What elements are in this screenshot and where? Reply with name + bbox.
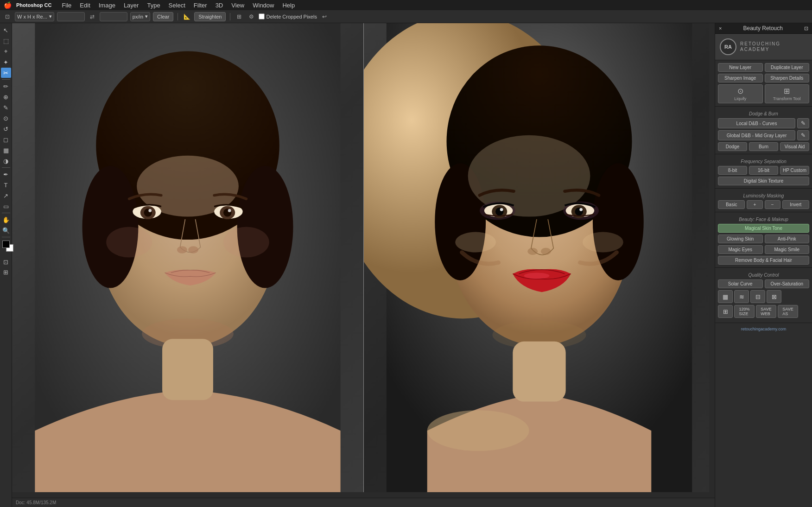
- move-tool[interactable]: ↖: [1, 25, 11, 35]
- plus-button[interactable]: +: [747, 200, 762, 209]
- menu-select[interactable]: Select: [165, 1, 189, 10]
- delete-cropped-label: Delete Cropped Pixels: [266, 14, 317, 19]
- shape-tool[interactable]: ▭: [1, 201, 11, 211]
- over-saturation-button[interactable]: Over-Saturation: [765, 279, 810, 288]
- straighten-button[interactable]: Straighten: [194, 12, 226, 21]
- menu-edit[interactable]: Edit: [76, 1, 94, 10]
- liquify-btn[interactable]: ⊙ Liquify: [718, 84, 763, 103]
- save-web-icon-btn[interactable]: SAVEWEB: [756, 305, 776, 318]
- crop-tool[interactable]: ✂: [1, 68, 11, 78]
- right-panel: × Beauty Retouch ⊡ RA RETOUCHING ACADEMY…: [715, 23, 812, 507]
- svg-rect-45: [513, 342, 565, 402]
- tool-separator-2: [2, 167, 10, 168]
- burn-button[interactable]: Burn: [749, 142, 778, 151]
- delete-cropped-checkbox[interactable]: [259, 13, 265, 19]
- brush-tool[interactable]: ✎: [1, 102, 11, 113]
- bit16-button[interactable]: 16-bit: [749, 166, 778, 175]
- hand-tool[interactable]: ✋: [1, 215, 11, 225]
- screen-mode-tool[interactable]: ⊞: [1, 267, 11, 277]
- ratio-dropdown[interactable]: W x H x Re... ▾: [15, 12, 54, 21]
- magic-smile-button[interactable]: Magic Smile: [765, 245, 810, 254]
- horizontal-scrollbar[interactable]: [12, 492, 715, 498]
- settings-icon[interactable]: ⚙: [247, 12, 256, 21]
- eraser-tool[interactable]: ◻: [1, 134, 11, 145]
- magic-wand-tool[interactable]: ✦: [1, 57, 11, 67]
- footer-link[interactable]: retouchingacademy.com: [718, 327, 809, 331]
- invert-button[interactable]: Invert: [782, 200, 809, 209]
- type-tool[interactable]: T: [1, 180, 11, 190]
- marquee-tool[interactable]: ⬚: [1, 36, 11, 46]
- hp-custom-button[interactable]: HP Custom: [780, 166, 809, 175]
- foreground-color[interactable]: [2, 241, 10, 248]
- transform-tool-btn[interactable]: ⊞ Transform Tool: [765, 84, 810, 103]
- gradient-tool[interactable]: ▦: [1, 145, 11, 155]
- vertical-scrollbar[interactable]: [709, 23, 715, 492]
- global-layer-button[interactable]: Global D&B - Mid Gray Layer: [718, 130, 795, 140]
- magic-eyes-button[interactable]: Magic Eyes: [718, 245, 763, 254]
- histogram-icon-btn[interactable]: ▦: [718, 290, 733, 303]
- svg-rect-21: [162, 339, 213, 400]
- menu-3d[interactable]: 3D: [212, 1, 227, 10]
- swap-icon[interactable]: ⇄: [88, 12, 97, 21]
- width-input[interactable]: [57, 12, 85, 21]
- menu-file[interactable]: File: [58, 1, 75, 10]
- layers-icon-btn[interactable]: ⊞: [718, 305, 733, 318]
- menu-window[interactable]: Window: [249, 1, 278, 10]
- levels-icon-btn[interactable]: ⊟: [750, 290, 765, 303]
- clone-tool[interactable]: ⊙: [1, 113, 11, 123]
- magical-skin-button[interactable]: Magical Skin Tone: [718, 224, 809, 233]
- dodge-tool[interactable]: ◑: [1, 156, 11, 166]
- bit8-button[interactable]: 8-bit: [718, 166, 747, 175]
- local-curves-button[interactable]: Local D&B - Curves: [718, 118, 795, 128]
- menu-layer[interactable]: Layer: [120, 1, 143, 10]
- save-as-icon-btn[interactable]: SAVEAS: [778, 305, 798, 318]
- panel-expand-icon[interactable]: ⊡: [804, 25, 808, 32]
- commit-icon[interactable]: ↩: [320, 12, 329, 21]
- basic-button[interactable]: Basic: [718, 200, 745, 209]
- height-input[interactable]: [100, 12, 127, 21]
- pen-tool[interactable]: ✒: [1, 169, 11, 179]
- quick-mask-tool[interactable]: ⊡: [1, 257, 11, 267]
- dodge-button[interactable]: Dodge: [718, 142, 747, 151]
- menubar: 🍎 Photoshop CC File Edit Image Layer Typ…: [0, 0, 812, 10]
- apple-icon[interactable]: 🍎: [4, 1, 12, 9]
- menu-type[interactable]: Type: [143, 1, 164, 10]
- digital-skin-button[interactable]: Digital Skin Texture: [718, 177, 809, 185]
- local-curves-icon-btn[interactable]: ✎: [797, 118, 809, 128]
- curves-icon-btn[interactable]: ≋: [734, 290, 749, 303]
- panel-footer: retouchingacademy.com: [715, 323, 812, 333]
- global-layer-icon-btn[interactable]: ✎: [797, 130, 809, 140]
- menu-filter[interactable]: Filter: [190, 1, 211, 10]
- menu-help[interactable]: Help: [279, 1, 298, 10]
- minus-button[interactable]: −: [765, 200, 780, 209]
- healing-tool[interactable]: ⊕: [1, 92, 11, 102]
- panel-close-icon[interactable]: ×: [719, 25, 722, 31]
- liquify-label: Liquify: [734, 96, 746, 101]
- history-brush[interactable]: ↺: [1, 124, 11, 134]
- menu-view[interactable]: View: [228, 1, 248, 10]
- solar-curve-button[interactable]: Solar Curve: [718, 279, 763, 288]
- straighten-icon[interactable]: 📐: [182, 12, 191, 21]
- remove-hair-button[interactable]: Remove Body & Facial Hair: [718, 256, 809, 265]
- sharpen-details-button[interactable]: Sharpen Details: [765, 74, 810, 82]
- unit-dropdown[interactable]: px/in ▾: [130, 12, 150, 21]
- lasso-tool[interactable]: ⌖: [1, 46, 11, 57]
- menu-image[interactable]: Image: [95, 1, 119, 10]
- eyedropper-tool[interactable]: ✏: [1, 81, 11, 91]
- remove-hair-row: Remove Body & Facial Hair: [718, 256, 809, 265]
- clear-button[interactable]: Clear: [153, 12, 173, 21]
- size-icon-btn[interactable]: 120%SIZE: [734, 305, 755, 318]
- duplicate-layer-button[interactable]: Duplicate Layer: [765, 63, 810, 72]
- svg-point-41: [524, 273, 550, 279]
- luminosity-label: Luminosity Masking: [718, 193, 809, 198]
- hue-sat-icon-btn[interactable]: ⊠: [767, 290, 781, 303]
- sharpen-image-button[interactable]: Sharpen Image: [718, 74, 763, 82]
- visual-aid-button[interactable]: Visual Aid: [780, 142, 809, 151]
- glowing-skin-button[interactable]: Glowing Skin: [718, 234, 763, 243]
- zoom-tool[interactable]: 🔍: [1, 225, 11, 235]
- anti-pink-button[interactable]: Anti-Pink: [765, 234, 810, 243]
- path-select[interactable]: ↗: [1, 190, 11, 201]
- new-layer-button[interactable]: New Layer: [718, 63, 763, 72]
- color-swatches[interactable]: [2, 241, 10, 248]
- grid-icon[interactable]: ⊞: [235, 12, 244, 21]
